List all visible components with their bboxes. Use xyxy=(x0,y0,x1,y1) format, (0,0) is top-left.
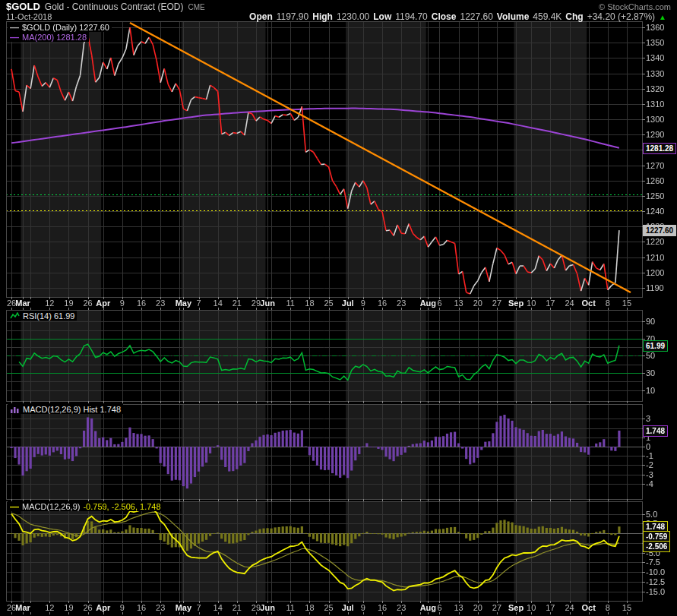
change-value: +34.20 (+2.87%) xyxy=(587,11,655,22)
ohlc-quote: Open 1197.90 High 1230.00 Low 1194.70 Cl… xyxy=(249,11,666,22)
quote-row: 11-Oct-2018 Open 1197.90 High 1230.00 Lo… xyxy=(6,11,671,21)
low-value: 1194.70 xyxy=(395,11,428,22)
main-legend-ma: — MA(200) 1281.28 xyxy=(8,32,89,42)
chart-canvas xyxy=(0,0,677,616)
volume-value: 459.4K xyxy=(533,11,562,22)
close-label: Close xyxy=(432,11,457,22)
macd-legend: — MACD(12,26,9) -0.759, -2.506, 1.748 xyxy=(8,501,163,511)
rsi-value-badge: 61.99 xyxy=(643,340,668,352)
macd-signal-badge: -2.506 xyxy=(643,541,670,552)
symbol-name: Gold - Continuous Contract (EOD) xyxy=(45,2,184,12)
stockcharts-chart-window: $GOLD Gold - Continuous Contract (EOD) C… xyxy=(0,0,677,616)
chart-date: 11-Oct-2018 xyxy=(6,12,52,21)
low-label: Low xyxy=(373,11,391,22)
exchange-label: CME xyxy=(188,3,205,11)
rsi-zigzag-icon xyxy=(10,312,20,320)
macd-legend-name: MACD(12,26,9) xyxy=(22,502,80,511)
rsi-legend-label: RSI(14) 61.99 xyxy=(23,311,74,321)
copyright-link[interactable]: © StockCharts.com xyxy=(599,2,671,11)
price-line-icon: — xyxy=(10,25,19,30)
macd-hist-legend: MACD(12,26,9) Hist 1.748 xyxy=(8,404,123,414)
chart-header: $GOLD Gold - Continuous Contract (EOD) C… xyxy=(6,1,671,11)
high-value: 1230.00 xyxy=(337,11,369,22)
macd-legend-values: -0.759, -2.506, 1.748 xyxy=(83,502,160,511)
macd-line-icon: — xyxy=(10,504,19,509)
open-value: 1197.90 xyxy=(277,11,309,22)
close-value: 1227.60 xyxy=(460,11,492,22)
last-price-badge: 1227.60 xyxy=(643,225,676,236)
hist-value-badge: 1.748 xyxy=(643,425,668,437)
change-up-icon: ▲ xyxy=(659,13,666,21)
ma-value-badge: 1281.28 xyxy=(643,143,676,154)
ma-line-icon: — xyxy=(10,35,19,39)
high-label: High xyxy=(312,11,333,22)
histogram-bars-icon xyxy=(10,406,20,413)
main-legend-symbol-label: $GOLD (Daily) 1227.60 xyxy=(22,23,109,32)
main-legend-symbol: — $GOLD (Daily) 1227.60 xyxy=(8,22,112,32)
volume-label: Volume xyxy=(497,11,529,22)
macd-hist-legend-label: MACD(12,26,9) Hist 1.748 xyxy=(23,405,121,414)
change-label: Chg xyxy=(565,11,583,22)
main-legend-ma-label: MA(200) 1281.28 xyxy=(22,33,87,42)
rsi-legend: RSI(14) 61.99 xyxy=(8,311,77,321)
open-label: Open xyxy=(249,11,273,22)
symbol-title: $GOLD xyxy=(6,1,40,12)
